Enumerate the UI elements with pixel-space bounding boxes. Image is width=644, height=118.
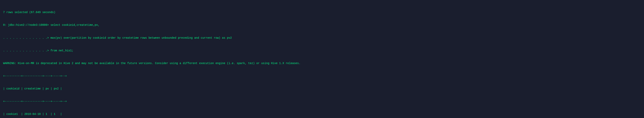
line-4: . . . . . . . . . . . . . .> from net_hi… — [3, 49, 641, 53]
table-header-border: +----------+------------+----+-----+--+ — [3, 99, 641, 104]
line-5: WARNING: Hive-on-MR is deprecated in Hiv… — [3, 61, 641, 66]
line-1: 7 rows selected (67.049 seconds) — [3, 10, 641, 15]
terminal-output: 7 rows selected (67.049 seconds) 0: jdbc… — [3, 2, 641, 118]
table-border-top: +----------+------------+----+-----+--+ — [3, 74, 641, 78]
table-header: | cookieid | createtime | pv | pv2 | — [3, 87, 641, 91]
line-3: . . . . . . . . . . . . . .> max(pv) ove… — [3, 36, 641, 40]
table-row-1: | cookie1 | 2018-04-10 | 1 | 1 | — [3, 112, 641, 116]
line-2: 0: jdbc:hive2://node3:10000> select cook… — [3, 23, 641, 27]
